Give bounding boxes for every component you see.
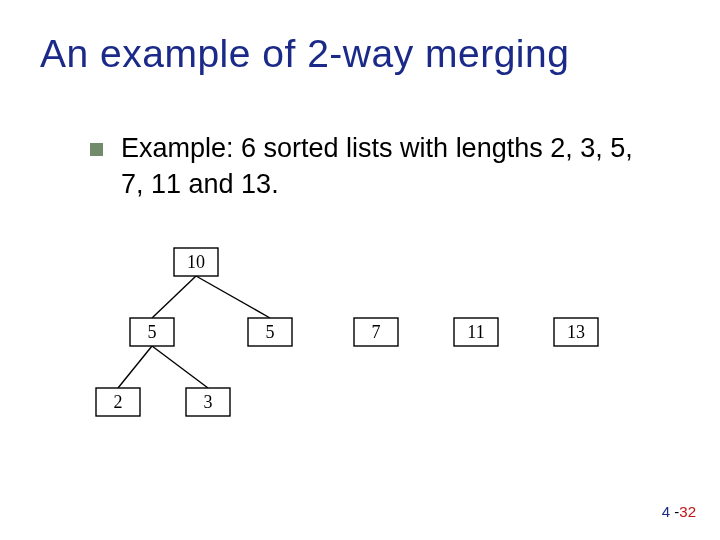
tree-node: 5: [248, 318, 292, 346]
tree-node: 2: [96, 388, 140, 416]
tree-node-value: 10: [187, 252, 205, 272]
square-bullet-icon: [90, 143, 103, 156]
tree-node-value: 7: [372, 322, 381, 342]
tree-node-value: 3: [204, 392, 213, 412]
tree-node-value: 13: [567, 322, 585, 342]
merge-tree-diagram: 10557111323: [80, 232, 640, 432]
tree-node: 5: [130, 318, 174, 346]
page-dash: -: [670, 503, 679, 520]
tree-edge: [152, 276, 196, 318]
tree-node: 10: [174, 248, 218, 276]
slide: An example of 2-way merging Example: 6 s…: [0, 0, 720, 540]
bullet-item: Example: 6 sorted lists with lengths 2, …: [90, 130, 660, 203]
tree-node: 11: [454, 318, 498, 346]
tree-node-value: 5: [148, 322, 157, 342]
slide-title: An example of 2-way merging: [40, 32, 569, 76]
tree-edge: [196, 276, 270, 318]
page-number: 4 -32: [662, 503, 696, 520]
slide-number: 32: [679, 503, 696, 520]
tree-node: 3: [186, 388, 230, 416]
tree-node-value: 2: [114, 392, 123, 412]
tree-node: 7: [354, 318, 398, 346]
tree-node-value: 11: [467, 322, 484, 342]
tree-edge: [152, 346, 208, 388]
tree-node: 13: [554, 318, 598, 346]
tree-node-value: 5: [266, 322, 275, 342]
chapter-number: 4: [662, 503, 670, 520]
bullet-text: Example: 6 sorted lists with lengths 2, …: [121, 130, 660, 203]
tree-edge: [118, 346, 152, 388]
